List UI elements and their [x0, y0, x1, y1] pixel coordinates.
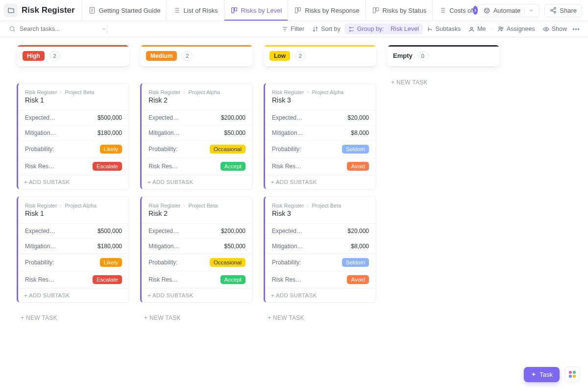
automate-button[interactable]: Automate	[478, 4, 540, 17]
add-subtask-button[interactable]: + ADD SUBTASK	[265, 175, 376, 189]
group-by-button[interactable]: Group by: Risk Level	[344, 24, 423, 34]
divider	[107, 24, 107, 34]
new-task-button[interactable]: + NEW TASK	[387, 74, 500, 91]
svg-rect-3	[295, 8, 298, 13]
new-task-button[interactable]: + NEW TASK	[140, 310, 253, 326]
svg-point-13	[10, 26, 14, 30]
field-mitigation-cost: Mitigation …$180,000	[18, 125, 129, 140]
assignees-button[interactable]: Assignees	[493, 24, 539, 34]
task-card[interactable]: Risk RegisterProject BetaRisk 2Expected …	[140, 196, 253, 303]
assignees-label: Assignees	[507, 26, 535, 32]
apps-fab[interactable]	[564, 366, 580, 382]
field-probability: Probability:Seldom	[265, 254, 376, 271]
svg-point-9	[487, 9, 488, 10]
search-input[interactable]	[20, 26, 97, 32]
sort-label: Sort by	[321, 26, 341, 32]
svg-point-14	[349, 27, 350, 28]
me-button[interactable]: Me	[465, 24, 490, 34]
column-header[interactable]: Medium2	[140, 45, 253, 66]
tab-label: List of Risks	[183, 7, 218, 14]
new-task-button[interactable]: + NEW TASK	[17, 310, 129, 326]
task-title: Risk 1	[18, 208, 129, 223]
sort-button[interactable]: Sort by	[308, 24, 344, 34]
svg-point-18	[501, 27, 503, 29]
probability-pill: Likely	[100, 258, 122, 267]
field-risk-response: Risk Respo…Escalate	[18, 271, 129, 288]
me-label: Me	[477, 26, 486, 32]
separator-dot: ·	[490, 26, 493, 32]
task-card[interactable]: Risk RegisterProject AlphaRisk 1Expected…	[17, 196, 129, 303]
add-subtask-button[interactable]: + ADD SUBTASK	[18, 175, 129, 189]
chevron-down-icon[interactable]	[101, 26, 107, 32]
field-expected-cost: Expected C…$500,000	[18, 110, 129, 125]
subtasks-button[interactable]: Subtasks	[423, 24, 465, 34]
column-header[interactable]: Empty0	[387, 45, 500, 66]
show-button[interactable]: Show	[539, 24, 571, 34]
svg-point-10	[554, 7, 556, 9]
column-header[interactable]: Low2	[264, 45, 376, 66]
probability-pill: Seldom	[342, 145, 369, 154]
new-task-fab[interactable]: Task	[524, 367, 560, 382]
fab-task-label: Task	[539, 371, 553, 378]
task-title: Risk 2	[142, 208, 252, 223]
toolbar: Filter Sort by Group by: Risk Level Subt…	[0, 21, 588, 37]
task-title: Risk 3	[265, 95, 376, 110]
field-probability: Probability:Likely	[18, 254, 129, 271]
new-task-button[interactable]: + NEW TASK	[264, 310, 376, 326]
svg-rect-5	[373, 8, 375, 13]
response-pill: Avoid	[347, 162, 369, 171]
column-count: 2	[49, 51, 60, 61]
page-title: Risk Register	[22, 5, 75, 15]
column-count: 2	[295, 51, 306, 61]
task-card[interactable]: Risk RegisterProject BetaRisk 1Expected …	[17, 83, 129, 189]
task-card[interactable]: Risk RegisterProject AlphaRisk 2Expected…	[140, 83, 253, 189]
add-subtask-button[interactable]: + ADD SUBTASK	[265, 288, 376, 302]
svg-point-8	[486, 9, 486, 10]
tab-label: Risks by Status	[383, 7, 427, 14]
response-pill: Escalate	[93, 275, 122, 284]
column-count: 2	[182, 51, 193, 61]
probability-pill: Occasional	[210, 258, 245, 267]
field-mitigation-cost: Mitigation …$50,000	[142, 238, 252, 254]
column-header[interactable]: High2	[17, 45, 129, 66]
tab-risks-by-response[interactable]: Risks by Response	[288, 0, 366, 21]
group-icon	[348, 26, 355, 32]
task-card[interactable]: Risk RegisterProject BetaRisk 3Expected …	[264, 196, 376, 303]
show-label: Show	[552, 26, 567, 32]
tab-list-of-risks[interactable]: List of Risks	[167, 0, 224, 21]
sort-icon	[312, 26, 318, 32]
add-subtask-button[interactable]: + ADD SUBTASK	[142, 175, 252, 189]
svg-rect-4	[298, 8, 301, 11]
svg-point-17	[499, 27, 501, 29]
share-button[interactable]: Share	[544, 4, 582, 17]
svg-point-16	[471, 27, 473, 29]
probability-pill: Likely	[100, 145, 122, 154]
svg-point-11	[551, 9, 553, 11]
svg-point-12	[554, 11, 556, 13]
topbar-actions: Automate Share	[478, 4, 582, 17]
search-icon	[9, 26, 16, 32]
search-box[interactable]	[9, 26, 107, 32]
tab-costs-of[interactable]: Costs of	[433, 0, 475, 21]
topbar: Risk Register Getting Started Guide List…	[0, 0, 588, 21]
probability-pill: Seldom	[342, 258, 369, 267]
svg-point-7	[484, 8, 489, 13]
field-risk-response: Risk Respo…Avoid	[265, 271, 376, 288]
breadcrumb: Risk RegisterProject Alpha	[265, 89, 376, 95]
field-expected-cost: Expected C…$500,000	[18, 223, 129, 238]
add-subtask-button[interactable]: + ADD SUBTASK	[142, 288, 252, 302]
task-card[interactable]: Risk RegisterProject AlphaRisk 3Expected…	[264, 83, 376, 189]
folder-icon[interactable]	[4, 3, 18, 17]
plus-icon	[531, 371, 537, 377]
tab-getting-started[interactable]: Getting Started Guide	[82, 0, 167, 21]
tab-risks-by-status[interactable]: Risks by Status	[366, 0, 433, 21]
svg-point-19	[545, 28, 547, 29]
card-list: + NEW TASK	[387, 83, 500, 91]
person-icon	[468, 26, 475, 32]
more-menu[interactable]	[571, 26, 581, 32]
view-tabs: Getting Started Guide List of Risks Risk…	[82, 0, 478, 21]
filter-button[interactable]: Filter	[278, 24, 308, 34]
tab-risks-by-level[interactable]: Risks by Level	[224, 0, 289, 21]
add-subtask-button[interactable]: + ADD SUBTASK	[18, 288, 129, 302]
field-mitigation-cost: Mitigation …$8,000	[265, 125, 376, 140]
